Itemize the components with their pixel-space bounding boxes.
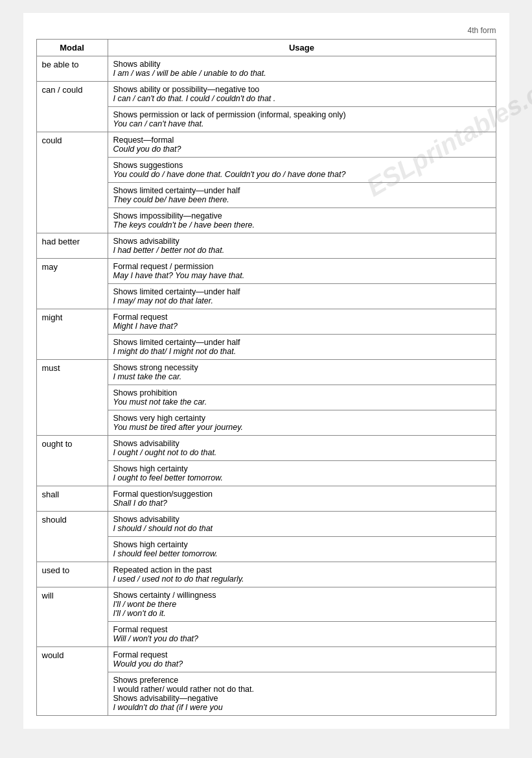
usage-cell: Shows very high certaintyYou must be tir… <box>108 410 496 436</box>
usage-example: Might I have that? <box>113 322 491 331</box>
table-row: wouldFormal requestWould you do that? <box>36 647 496 672</box>
usage-example: They could be/ have been there. <box>113 195 491 204</box>
usage-cell: Shows suggestionsYou could do / have don… <box>108 158 496 183</box>
usage-desc: Shows advisability <box>113 439 491 448</box>
usage-cell: Repeated action in the pastI used / used… <box>108 562 496 587</box>
modal-cell: had better <box>36 233 108 259</box>
usage-example: The keys couldn't be / have been there. <box>113 220 491 230</box>
usage-desc: Shows ability <box>113 60 491 69</box>
modal-table: Modal Usage be able toShows abilityI am … <box>36 39 496 716</box>
table-row: used toRepeated action in the pastI used… <box>36 562 496 587</box>
usage-desc: I would rather/ would rather not do that… <box>113 685 491 694</box>
usage-desc: Shows preference <box>113 676 491 685</box>
table-row: willShows certainty / willingnessI'll / … <box>36 587 496 622</box>
usage-desc: Shows permission or lack of permission (… <box>113 110 491 119</box>
modal-cell: should <box>36 512 108 562</box>
usage-example: I can / can't do that. I could / couldn'… <box>113 94 491 103</box>
usage-cell: Shows permission or lack of permission (… <box>108 107 496 132</box>
usage-example: I used / used not to do that regularly. <box>113 574 491 584</box>
usage-cell: Shows advisabilityI ought / ought not to… <box>108 436 496 461</box>
top-label: 4th form <box>36 26 496 35</box>
modal-cell: can / could <box>36 82 108 132</box>
usage-example: I ought / ought not to do that. <box>113 448 491 457</box>
usage-desc: Formal request / permission <box>113 262 491 271</box>
table-row: mightFormal requestMight I have that? <box>36 309 496 335</box>
usage-desc: Shows high certainty <box>113 540 491 549</box>
usage-example: I'll / won't do it. <box>113 609 491 618</box>
usage-desc: Formal request <box>113 625 491 634</box>
usage-cell: Shows limited certainty—under halfI may/… <box>108 284 496 309</box>
usage-desc: Shows ability or possibility—negative to… <box>113 85 491 94</box>
usage-desc: Request—formal <box>113 136 491 145</box>
page: 4th form ESLprintables.com Modal Usage b… <box>23 13 509 729</box>
modal-cell: be able to <box>36 56 108 82</box>
usage-example: I'll / wont be there <box>113 600 491 609</box>
table-row: be able toShows abilityI am / was / will… <box>36 56 496 82</box>
usage-desc: Formal request <box>113 313 491 322</box>
usage-cell: Shows high certaintyI ought to feel bett… <box>108 461 496 486</box>
table-row: couldRequest—formalCould you do that? <box>36 132 496 158</box>
usage-desc: Formal question/suggestion <box>113 490 491 499</box>
usage-cell: Shows advisabilityI should / should not … <box>108 512 496 537</box>
modal-cell: will <box>36 587 108 647</box>
table-row: can / couldShows ability or possibility—… <box>36 82 496 107</box>
usage-example: Will / won't you do that? <box>113 634 491 643</box>
table-row: shallFormal question/suggestionShall I d… <box>36 486 496 512</box>
usage-cell: Formal requestWould you do that? <box>108 647 496 672</box>
usage-cell: Shows impossibility—negativeThe keys cou… <box>108 208 496 233</box>
usage-cell: Formal requestMight I have that? <box>108 309 496 335</box>
usage-desc: Shows prohibition <box>113 388 491 397</box>
modal-cell: ought to <box>36 436 108 486</box>
usage-desc: Repeated action in the past <box>113 565 491 574</box>
usage-example: I must take the car. <box>113 372 491 381</box>
header-usage: Usage <box>108 40 496 56</box>
usage-example: I may/ may not do that later. <box>113 296 491 305</box>
usage-cell: Shows ability or possibility—negative to… <box>108 82 496 107</box>
usage-desc: Shows suggestions <box>113 161 491 170</box>
usage-desc: Shows high certainty <box>113 464 491 473</box>
usage-desc: Shows very high certainty <box>113 414 491 423</box>
modal-cell: may <box>36 259 108 309</box>
usage-example: Shall I do that? <box>113 499 491 508</box>
usage-cell: Formal requestWill / won't you do that? <box>108 622 496 647</box>
usage-cell: Formal request / permissionMay I have th… <box>108 259 496 284</box>
table-row: mustShows strong necessityI must take th… <box>36 360 496 385</box>
usage-desc: Shows limited certainty—under half <box>113 186 491 195</box>
usage-cell: Shows limited certainty—under halfThey c… <box>108 183 496 208</box>
usage-example: I ought to feel better tomorrow. <box>113 473 491 482</box>
usage-cell: Shows limited certainty—under halfI migh… <box>108 335 496 360</box>
usage-example: You could do / have done that. Couldn't … <box>113 170 491 179</box>
usage-desc: Formal request <box>113 650 491 659</box>
usage-cell: Shows abilityI am / was / will be able /… <box>108 56 496 82</box>
usage-example: I should / should not do that <box>113 524 491 533</box>
usage-desc: Shows advisability—negative <box>113 694 491 703</box>
usage-cell: Shows high certaintyI should feel better… <box>108 537 496 562</box>
usage-desc: Shows limited certainty—under half <box>113 338 491 347</box>
usage-example: I had better / better not do that. <box>113 246 491 255</box>
usage-example: I might do that/ I might not do that. <box>113 347 491 356</box>
table-row: shouldShows advisabilityI should / shoul… <box>36 512 496 537</box>
modal-cell: would <box>36 647 108 716</box>
table-row: mayFormal request / permissionMay I have… <box>36 259 496 284</box>
usage-cell: Shows advisabilityI had better / better … <box>108 233 496 259</box>
usage-cell: Shows prohibitionYou must not take the c… <box>108 385 496 410</box>
modal-cell: shall <box>36 486 108 512</box>
usage-example: You can / can't have that. <box>113 119 491 128</box>
usage-cell: Shows strong necessityI must take the ca… <box>108 360 496 385</box>
modal-cell: might <box>36 309 108 360</box>
modal-cell: used to <box>36 562 108 587</box>
usage-example: May I have that? You may have that. <box>113 271 491 280</box>
usage-desc: Shows advisability <box>113 515 491 524</box>
usage-example: Could you do that? <box>113 145 491 154</box>
usage-desc: Shows advisability <box>113 237 491 246</box>
usage-example: You must be tired after your journey. <box>113 423 491 432</box>
usage-cell: Shows preferenceI would rather/ would ra… <box>108 672 496 716</box>
usage-desc: Shows certainty / willingness <box>113 591 491 600</box>
usage-cell: Request—formalCould you do that? <box>108 132 496 158</box>
usage-example: Would you do that? <box>113 659 491 669</box>
usage-example: You must not take the car. <box>113 397 491 407</box>
usage-desc: Shows limited certainty—under half <box>113 287 491 296</box>
usage-desc: Shows impossibility—negative <box>113 211 491 220</box>
table-row: ought toShows advisabilityI ought / ough… <box>36 436 496 461</box>
usage-example: I wouldn't do that (if I were you <box>113 703 491 712</box>
